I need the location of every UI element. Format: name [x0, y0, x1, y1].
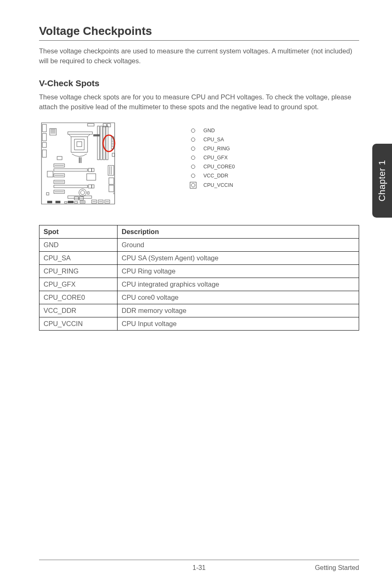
svg-rect-12 — [68, 132, 92, 134]
table-header-description: Description — [118, 225, 359, 238]
svg-rect-38 — [88, 168, 92, 172]
cell-desc: CPU Input voltage — [118, 317, 359, 330]
legend-label: VCC_DDR — [203, 173, 228, 179]
table-row: VCC_DDR DDR memory voltage — [39, 304, 359, 317]
voltage-spot-table: Spot Description GND Ground CPU_SA CPU S… — [39, 225, 359, 331]
legend-label: CPU_GFX — [203, 155, 228, 161]
svg-line-17 — [88, 134, 90, 137]
svg-rect-56 — [46, 193, 49, 195]
svg-rect-0 — [88, 124, 94, 126]
svg-rect-5 — [42, 142, 46, 147]
svg-rect-39 — [92, 168, 94, 172]
legend-label: CPU_SA — [203, 137, 224, 142]
table-row: CPU_GFX CPU integrated graphics voltage — [39, 278, 359, 291]
table-row: CPU_CORE0 CPU core0 voltage — [39, 291, 359, 304]
svg-rect-48 — [92, 185, 94, 188]
circle-icon — [191, 129, 195, 133]
svg-rect-18 — [97, 126, 99, 160]
cell-spot: CPU_GFX — [39, 278, 118, 291]
circle-icon — [191, 165, 195, 169]
svg-rect-62 — [55, 201, 60, 203]
svg-rect-43 — [87, 174, 96, 180]
legend-row: CPU_SA — [191, 137, 235, 142]
svg-point-52 — [79, 189, 86, 196]
cell-spot: CPU_RING — [39, 264, 118, 278]
cell-desc: CPU Ring voltage — [118, 264, 359, 278]
figure-row: GND CPU_SA CPU_RING CPU_GFX CPU_CORE0 VC… — [39, 120, 359, 207]
svg-rect-37 — [54, 169, 88, 171]
legend-label: GND — [203, 128, 215, 133]
cell-spot: CPU_SA — [39, 251, 118, 264]
svg-rect-58 — [68, 196, 92, 198]
legend-row: CPU_VCCIN — [191, 182, 235, 188]
intro-text: These voltage checkpoints are used to me… — [39, 46, 359, 66]
svg-rect-64 — [68, 201, 74, 203]
svg-rect-3 — [42, 124, 46, 132]
table-row: CPU_RING CPU Ring voltage — [39, 264, 359, 278]
chapter-side-tab: Chapter 1 — [372, 144, 392, 218]
footer-section: Getting Started — [315, 564, 359, 572]
page-heading: Voltage Checkpoints — [39, 25, 359, 41]
legend-label: CPU_CORE0 — [203, 164, 235, 170]
cell-spot: CPU_VCCIN — [39, 317, 118, 330]
boxed-circle-icon — [190, 182, 196, 188]
subsection-heading: V-Check Spots — [39, 78, 359, 88]
subsection-intro: These voltage check spots are for you to… — [39, 92, 359, 112]
svg-rect-34 — [108, 165, 114, 175]
svg-rect-21 — [106, 126, 108, 160]
svg-rect-6 — [42, 150, 46, 157]
svg-rect-4 — [42, 133, 46, 141]
svg-rect-61 — [47, 201, 52, 203]
table-row: CPU_VCCIN CPU Input voltage — [39, 317, 359, 330]
cell-desc: CPU SA (System Agent) voltage — [118, 251, 359, 264]
table-row: CPU_SA CPU SA (System Agent) voltage — [39, 251, 359, 264]
svg-point-53 — [81, 191, 85, 195]
table-row: GND Ground — [39, 238, 359, 251]
circle-icon — [191, 156, 195, 160]
footer-page-number: 1-31 — [192, 564, 205, 572]
circle-icon — [191, 138, 195, 142]
page-footer: 1-31 Getting Started — [39, 560, 359, 572]
svg-rect-15 — [77, 142, 82, 147]
cell-desc: DDR memory voltage — [118, 304, 359, 317]
cell-desc: CPU integrated graphics voltage — [118, 278, 359, 291]
svg-rect-46 — [54, 185, 88, 188]
svg-rect-49 — [109, 178, 114, 184]
legend-row: VCC_DDR — [191, 173, 235, 179]
svg-rect-30 — [112, 153, 115, 156]
svg-rect-47 — [88, 185, 92, 188]
cell-spot: GND — [39, 238, 118, 251]
circle-icon — [191, 147, 195, 151]
circle-icon — [191, 174, 195, 178]
svg-rect-57 — [88, 192, 89, 194]
voltage-spot-legend: GND CPU_SA CPU_RING CPU_GFX CPU_CORE0 VC… — [191, 120, 235, 192]
chapter-label: Chapter 1 — [377, 160, 387, 201]
legend-row: CPU_GFX — [191, 155, 235, 161]
svg-rect-13 — [93, 134, 100, 136]
table-header-spot: Spot — [39, 225, 118, 238]
svg-rect-40 — [47, 171, 53, 177]
svg-rect-63 — [65, 202, 67, 203]
svg-rect-19 — [100, 126, 102, 160]
svg-rect-2 — [107, 124, 111, 127]
legend-label: CPU_VCCIN — [203, 182, 233, 188]
cell-desc: Ground — [118, 238, 359, 251]
svg-rect-31 — [57, 156, 62, 160]
svg-rect-65 — [74, 202, 78, 203]
legend-row: GND — [191, 128, 235, 133]
svg-rect-50 — [109, 185, 114, 192]
svg-line-16 — [69, 134, 71, 137]
legend-row: CPU_CORE0 — [191, 164, 235, 170]
motherboard-diagram — [39, 120, 117, 207]
legend-row: CPU_RING — [191, 146, 235, 152]
cell-desc: CPU core0 voltage — [118, 291, 359, 304]
legend-label: CPU_RING — [203, 146, 230, 152]
cell-spot: VCC_DDR — [39, 304, 118, 317]
cell-spot: CPU_CORE0 — [39, 291, 118, 304]
